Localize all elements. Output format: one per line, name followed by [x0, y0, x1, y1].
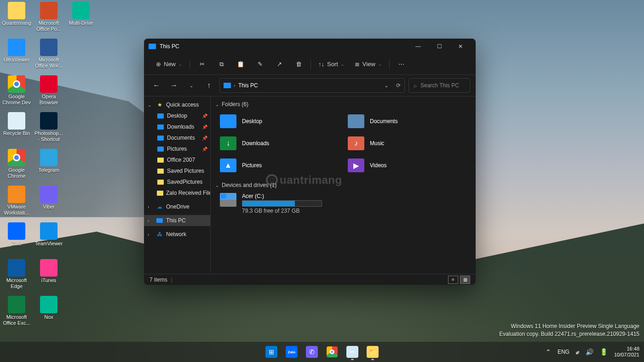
folder-music[interactable]: ♪Music	[347, 133, 471, 153]
desktop-icon-vmware-workstati-[interactable]: VMware Workstati...	[1, 186, 32, 216]
desktop-icon-teamviewer[interactable]: TeamViewer	[33, 222, 64, 247]
desktop-icon-telegram[interactable]: Telegram	[33, 149, 64, 173]
folder-label: Desktop	[242, 118, 262, 124]
details-view-button[interactable]: ≡	[448, 276, 458, 284]
taskbar-start[interactable]: ⊞	[262, 343, 281, 361]
delete-button[interactable]: 🗑	[289, 57, 308, 72]
breadcrumb-location[interactable]: This PC	[238, 82, 258, 89]
folder-icon: ▶	[348, 158, 364, 172]
desktop-icon-nox[interactable]: Nox	[33, 296, 64, 320]
separator	[310, 59, 311, 69]
back-button[interactable]: ←	[150, 79, 163, 92]
desktop-icon-microsoft-edge[interactable]: Microsoft Edge	[1, 259, 32, 289]
desktop-icon-ultraviewer[interactable]: UltraViewer	[1, 39, 32, 63]
recent-button[interactable]: ⌄	[184, 79, 198, 92]
maximize-button[interactable]: ☐	[429, 39, 450, 54]
up-button[interactable]: ↑	[202, 79, 216, 92]
desktop-icon-microsoft-office-wor-[interactable]: Microsoft Office Wor...	[33, 39, 64, 69]
nav-item-downloads[interactable]: Downloads📌	[144, 121, 210, 132]
desktop-icon-label: Microsoft Office Po...	[33, 20, 64, 32]
nav-item-label: Saved Pictures	[167, 168, 204, 174]
desktop-icon-quantrimang[interactable]: Quantrimang	[1, 2, 32, 26]
titlebar[interactable]: This PC ― ☐ ✕	[144, 39, 476, 54]
app-icon	[40, 2, 58, 19]
app-icon	[40, 222, 58, 240]
nav-item-savedpictures[interactable]: SavedPictures	[144, 176, 210, 187]
desktop-icon-google-chrome[interactable]: Google Chrome	[1, 149, 32, 179]
nav-item-desktop[interactable]: Desktop📌	[144, 110, 210, 121]
desktop-icon-microsoft-office-exc-[interactable]: Microsoft Office Exc...	[1, 296, 32, 326]
folder-downloads[interactable]: ↓Downloads	[219, 133, 343, 153]
share-button[interactable]: ↗	[270, 57, 288, 72]
taskbar[interactable]: ⊞Zalo✆✂📁 ⌃ ENG ⸙ 🔊 🔋 16:48 10/07/2021	[0, 342, 644, 362]
view-button[interactable]: ≣ View ⌄	[350, 57, 386, 72]
nav-item-pictures[interactable]: Pictures📌	[144, 143, 210, 154]
desktop-icon-itunes[interactable]: iTunes	[33, 259, 64, 283]
desktop-icon-multi-drive[interactable]: Multi-Drive	[65, 2, 97, 26]
tiles-view-button[interactable]: ▦	[460, 276, 470, 284]
minimize-button[interactable]: ―	[408, 39, 429, 54]
refresh-button[interactable]: ⟳	[396, 82, 401, 89]
close-button[interactable]: ✕	[450, 39, 471, 54]
folders-group-header[interactable]: ⌄ Folders (6)	[215, 99, 471, 109]
drive-c[interactable]: Acer (C:) 79.3 GB free of 237 GB	[215, 190, 471, 217]
onedrive-item[interactable]: › ☁ OneDrive	[144, 201, 210, 212]
folder-icon	[157, 179, 164, 185]
folder-documents[interactable]: Documents	[347, 111, 471, 131]
cut-button[interactable]: ✂	[193, 57, 211, 72]
folder-pictures[interactable]: ▲Pictures	[219, 155, 343, 175]
desktop-icon-label: TeamViewer	[35, 241, 63, 247]
folder-desktop[interactable]: Desktop	[219, 111, 343, 131]
desktop-icon-zalo[interactable]: Zalo	[1, 222, 32, 247]
nav-item-documents[interactable]: Documents📌	[144, 132, 210, 143]
language-indicator[interactable]: ENG	[558, 349, 569, 355]
folder-videos[interactable]: ▶Videos	[347, 155, 471, 175]
copy-button[interactable]: ⧉	[212, 57, 230, 72]
desktop-icon-label: Microsoft Office Wor...	[33, 57, 64, 69]
desktop-icon-label: VMware Workstati...	[1, 204, 32, 216]
taskbar-explorer[interactable]: 📁	[363, 343, 382, 361]
eval-line1: Windows 11 Home Insider Preview Single L…	[499, 322, 639, 330]
chevron-down-icon: ⌄	[215, 183, 219, 188]
desktop-icon-google-chrome-dev[interactable]: Google Chrome Dev	[1, 75, 32, 106]
content-pane[interactable]: ⌄ Folders (6) DesktopDocuments↓Downloads…	[211, 96, 476, 274]
new-label: New	[164, 61, 176, 68]
rename-button[interactable]: ✎	[251, 57, 269, 72]
nav-item-zalo-received-files[interactable]: Zalo Received Files	[144, 187, 210, 198]
wifi-icon[interactable]: ⸙	[576, 348, 579, 356]
this-pc-item[interactable]: › This PC	[144, 215, 210, 226]
desktop-icon-viber[interactable]: Viber	[33, 186, 64, 210]
search-input[interactable]: ⌕ Search This PC	[408, 78, 470, 93]
desktop-icon-label: iTunes	[41, 277, 57, 283]
chevron-down-icon: ⌄	[341, 62, 345, 67]
new-button[interactable]: ⊕ New ⌄	[151, 57, 187, 72]
sort-button[interactable]: ↑↓ Sort ⌄	[314, 57, 349, 72]
nav-item-office-2007[interactable]: Office 2007	[144, 154, 210, 165]
desktop-icon-opera-browser[interactable]: Opera Browser	[33, 75, 64, 106]
desktop-icon-label: Photoshop... - Shortcut	[33, 130, 64, 142]
tray-chevron-icon[interactable]: ⌃	[546, 348, 551, 356]
taskbar-zalo[interactable]: Zalo	[282, 343, 301, 361]
desktop-icon-photoshop-shortcut[interactable]: Photoshop... - Shortcut	[33, 112, 64, 142]
taskbar-snip[interactable]: ✂	[343, 343, 362, 361]
network-item[interactable]: › 🖧 Network	[144, 229, 210, 240]
more-button[interactable]: ⋯	[392, 57, 411, 72]
toolbar: ⊕ New ⌄ ✂ ⧉ 📋 ✎ ↗ 🗑 ↑↓ Sort ⌄ ≣ View ⌄ ⋯	[144, 54, 476, 75]
clock[interactable]: 16:48 10/07/2021	[614, 346, 639, 358]
taskbar-chrome[interactable]	[323, 343, 341, 361]
quick-access-label: Quick access	[166, 102, 199, 108]
address-dropdown[interactable]: ⌄	[384, 82, 389, 89]
desktop-icon-recycle-bin[interactable]: Recycle Bin	[1, 112, 32, 136]
nav-item-saved-pictures[interactable]: Saved Pictures	[144, 165, 210, 176]
taskbar-viber[interactable]: ✆	[303, 343, 321, 361]
forward-button[interactable]: →	[167, 79, 181, 92]
volume-icon[interactable]: 🔊	[586, 348, 593, 356]
quick-access-header[interactable]: ⌄ ★ Quick access	[144, 99, 210, 110]
app-icon	[8, 149, 25, 166]
paste-button[interactable]: 📋	[231, 57, 250, 72]
battery-icon[interactable]: 🔋	[600, 348, 608, 356]
paste-icon: 📋	[237, 61, 244, 68]
desktop-icon-microsoft-office-po-[interactable]: Microsoft Office Po...	[33, 2, 64, 32]
address-bar[interactable]: › This PC ⌄ ⟳	[219, 78, 405, 93]
drives-group-header[interactable]: ⌄ Devices and drives (1)	[215, 180, 471, 190]
